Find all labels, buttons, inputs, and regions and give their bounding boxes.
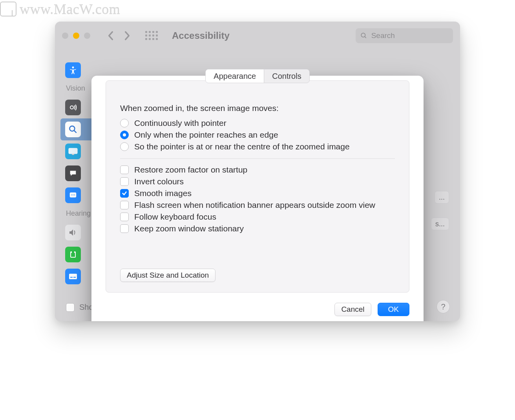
svg-point-9	[71, 195, 72, 195]
sheet-actions: Cancel OK	[106, 303, 409, 316]
radio-centre[interactable]: So the pointer is at or near the centre …	[120, 142, 395, 151]
move-heading: When zoomed in, the screen image moves:	[120, 104, 395, 113]
watermark: www.MacW.com	[0, 1, 120, 17]
window-controls	[62, 33, 90, 39]
voiceover-icon	[65, 100, 81, 115]
minimize-window-button[interactable]	[73, 33, 79, 39]
watermark-logo-icon	[0, 2, 16, 16]
check-invert[interactable]: Invert colours	[120, 177, 395, 186]
system-preferences-window: Accessibility Vision	[55, 22, 460, 321]
svg-rect-12	[69, 274, 77, 279]
search-icon	[360, 32, 367, 40]
cancel-label: Cancel	[341, 305, 364, 314]
check-invert-label: Invert colours	[134, 177, 184, 186]
check-stationary-input[interactable]	[120, 224, 129, 233]
forward-button[interactable]	[122, 30, 133, 41]
svg-point-11	[74, 195, 75, 195]
search-input[interactable]	[371, 31, 448, 40]
svg-point-10	[73, 195, 73, 195]
check-smooth[interactable]: Smooth images	[120, 189, 395, 198]
zoom-options-sheet: Appearance Controls When zoomed in, the …	[91, 76, 424, 321]
behind-button-b-label: s...	[435, 220, 445, 228]
radio-centre-label: So the pointer is at or near the centre …	[134, 142, 350, 151]
svg-rect-13	[70, 277, 73, 278]
divider	[120, 158, 395, 159]
check-restore-input[interactable]	[120, 165, 129, 174]
radio-edge[interactable]: Only when the pointer reaches an edge	[120, 130, 395, 140]
radio-centre-input[interactable]	[120, 142, 129, 151]
svg-point-2	[72, 67, 74, 69]
tab-appearance-label: Appearance	[214, 72, 256, 81]
back-button[interactable]	[105, 30, 116, 41]
svg-point-0	[361, 33, 365, 37]
speech-icon	[65, 165, 81, 181]
svg-point-3	[70, 106, 73, 109]
svg-rect-6	[69, 148, 77, 154]
chevron-right-icon	[124, 31, 131, 41]
check-stationary-label: Keep zoom window stationary	[134, 224, 244, 233]
chevron-left-icon	[107, 31, 114, 41]
watermark-text: www.MacW.com	[20, 1, 120, 17]
svg-line-1	[365, 36, 366, 38]
check-follow-focus-label: Follow keyboard focus	[134, 212, 216, 222]
ok-label: OK	[388, 305, 399, 314]
check-stationary[interactable]: Keep zoom window stationary	[120, 224, 395, 233]
show-accessibility-status-row[interactable]: Sho	[66, 303, 93, 312]
zoom-icon	[65, 122, 81, 137]
svg-rect-14	[73, 277, 76, 278]
check-follow-focus[interactable]: Follow keyboard focus	[120, 212, 395, 222]
check-flash-input[interactable]	[120, 201, 129, 209]
help-icon: ?	[441, 302, 445, 311]
search-field[interactable]	[356, 28, 453, 43]
cancel-button[interactable]: Cancel	[334, 303, 371, 316]
options-panel: Appearance Controls When zoomed in, the …	[106, 80, 409, 293]
check-invert-input[interactable]	[120, 177, 129, 186]
adjust-size-location-label: Adjust Size and Location	[127, 271, 209, 280]
display-icon	[65, 144, 81, 159]
show-all-prefs-button[interactable]	[145, 31, 156, 40]
svg-rect-7	[72, 154, 74, 155]
behind-button-b[interactable]: s...	[431, 218, 449, 230]
check-smooth-label: Smooth images	[134, 189, 192, 198]
radio-edge-input[interactable]	[120, 131, 129, 139]
check-flash[interactable]: Flash screen when notification banner ap…	[120, 200, 395, 210]
tab-controls-label: Controls	[272, 72, 301, 81]
check-restore-label: Restore zoom factor on startup	[134, 165, 247, 175]
check-flash-label: Flash screen when notification banner ap…	[134, 200, 375, 210]
window-title: Accessibility	[172, 30, 230, 41]
descriptions-icon	[65, 187, 81, 203]
help-button[interactable]: ?	[436, 300, 450, 313]
titlebar: Accessibility	[55, 22, 460, 50]
captions-icon	[65, 269, 81, 284]
behind-button-a-label: ...	[439, 193, 445, 202]
adjust-size-location-button[interactable]: Adjust Size and Location	[120, 269, 215, 282]
radio-continuous-label: Continuously with pointer	[134, 118, 226, 128]
tab-controls[interactable]: Controls	[264, 69, 309, 83]
radio-edge-label: Only when the pointer reaches an edge	[134, 130, 278, 140]
audio-icon	[65, 225, 81, 240]
show-checkbox[interactable]	[66, 303, 75, 312]
svg-line-5	[74, 131, 77, 133]
close-window-button[interactable]	[62, 33, 68, 39]
ok-button[interactable]: OK	[378, 303, 409, 316]
check-restore[interactable]: Restore zoom factor on startup	[120, 165, 395, 175]
tab-appearance[interactable]: Appearance	[206, 69, 264, 83]
behind-button-a[interactable]: ...	[435, 191, 449, 204]
svg-point-4	[69, 126, 75, 131]
rtt-icon	[65, 247, 81, 262]
check-follow-focus-input[interactable]	[120, 213, 129, 221]
tab-bar: Appearance Controls	[205, 69, 309, 83]
check-smooth-input[interactable]	[120, 189, 129, 198]
accessibility-icon	[65, 62, 81, 78]
zoom-window-button[interactable]	[84, 33, 90, 39]
radio-continuous[interactable]: Continuously with pointer	[120, 118, 395, 128]
radio-continuous-input[interactable]	[120, 119, 129, 127]
